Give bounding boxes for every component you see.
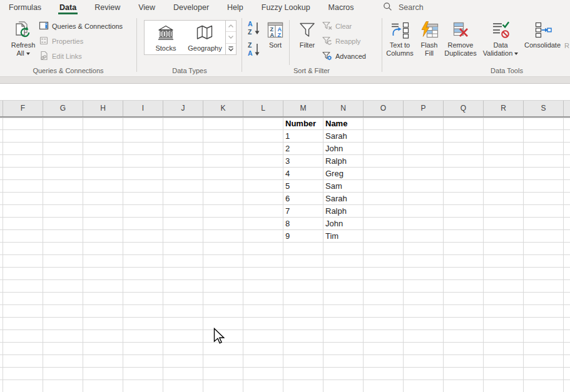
cell-m2[interactable]: 1 bbox=[285, 130, 290, 143]
advanced-filter-label: Advanced bbox=[335, 53, 366, 60]
column-header-partial bbox=[563, 101, 570, 116]
spreadsheet-grid[interactable]: Number Name 1 Sarah 2 John 3 Ralph 4 Gre… bbox=[0, 118, 570, 392]
filter-button[interactable]: Filter bbox=[293, 19, 322, 66]
cell-m7[interactable]: 6 bbox=[285, 193, 290, 205]
cell-n3[interactable]: John bbox=[325, 143, 343, 155]
tab-data[interactable]: Data bbox=[58, 1, 78, 14]
group-separator bbox=[382, 18, 382, 72]
tab-review[interactable]: Review bbox=[93, 1, 121, 14]
column-header-f[interactable]: F bbox=[3, 101, 43, 116]
sort-label: Sort bbox=[269, 41, 282, 49]
column-header-l[interactable]: L bbox=[243, 101, 283, 116]
column-header-o[interactable]: O bbox=[363, 101, 403, 116]
ribbon: Refresh All Queries & Connections Proper… bbox=[0, 15, 570, 76]
geography-button[interactable]: Geography bbox=[185, 21, 225, 54]
cell-n8[interactable]: Ralph bbox=[325, 205, 347, 218]
geography-icon bbox=[196, 21, 213, 44]
search-label: Search bbox=[399, 3, 424, 12]
edit-links-button[interactable]: Edit Links bbox=[39, 49, 82, 63]
tab-fuzzy-lookup[interactable]: Fuzzy Lookup bbox=[260, 1, 312, 14]
column-header-n[interactable]: N bbox=[323, 101, 363, 116]
cell-n7[interactable]: Sarah bbox=[325, 193, 347, 205]
text-to-columns-button[interactable]: Text to Columns bbox=[383, 19, 417, 66]
remove-duplicates-label-line1: Remove bbox=[448, 41, 474, 49]
search-icon bbox=[383, 2, 392, 13]
cell-n1[interactable]: Name bbox=[325, 118, 347, 130]
properties-button[interactable]: Properties bbox=[39, 34, 83, 48]
cell-n10[interactable]: Tim bbox=[325, 230, 338, 243]
column-header-h[interactable]: H bbox=[83, 101, 123, 116]
properties-icon bbox=[39, 36, 49, 47]
cell-m9[interactable]: 8 bbox=[285, 218, 290, 230]
sort-ascending-icon: AZ bbox=[247, 20, 262, 36]
refresh-all-icon bbox=[13, 19, 33, 41]
cell-m5[interactable]: 4 bbox=[285, 168, 290, 180]
ribbon-tab-bar: Formulas Data Review View Developer Help… bbox=[0, 0, 570, 15]
search-box[interactable]: Search bbox=[383, 0, 424, 15]
text-to-columns-label-line1: Text to bbox=[390, 41, 410, 49]
column-headers-row: F G H I J K L M N O P Q R S bbox=[0, 100, 570, 118]
cell-n4[interactable]: Ralph bbox=[325, 155, 347, 168]
cell-n6[interactable]: Sam bbox=[325, 180, 342, 193]
reapply-filter-button[interactable]: Reapply bbox=[322, 34, 360, 48]
cell-m3[interactable]: 2 bbox=[285, 143, 290, 155]
flash-fill-label-line1: Flash bbox=[421, 41, 438, 49]
edit-links-icon bbox=[39, 51, 49, 62]
queries-and-connections-label: Queries & Connections bbox=[52, 23, 123, 30]
tab-formulas[interactable]: Formulas bbox=[8, 1, 43, 14]
flash-fill-icon bbox=[420, 19, 439, 41]
sort-button[interactable]: ZAAZ Sort bbox=[263, 19, 288, 66]
tab-help[interactable]: Help bbox=[226, 1, 245, 14]
consolidate-icon bbox=[533, 19, 552, 41]
consolidate-button[interactable]: Consolidate bbox=[523, 19, 562, 66]
gallery-scroll-down-button[interactable] bbox=[226, 32, 236, 43]
cell-m6[interactable]: 5 bbox=[285, 180, 290, 193]
sort-icon: ZAAZ bbox=[266, 19, 285, 41]
column-header-m[interactable]: M bbox=[283, 101, 323, 116]
excel-window: Formulas Data Review View Developer Help… bbox=[0, 0, 570, 392]
column-header-g[interactable]: G bbox=[43, 101, 83, 116]
cell-n2[interactable]: Sarah bbox=[325, 130, 347, 143]
cell-m1[interactable]: Number bbox=[285, 118, 316, 130]
sort-descending-button[interactable]: ZA bbox=[247, 43, 262, 56]
column-header-k[interactable]: K bbox=[203, 101, 243, 116]
column-header-i[interactable]: I bbox=[123, 101, 163, 116]
tab-macros[interactable]: Macros bbox=[327, 1, 355, 14]
tab-view[interactable]: View bbox=[137, 1, 156, 14]
geography-label: Geography bbox=[188, 44, 221, 52]
cell-m4[interactable]: 3 bbox=[285, 155, 290, 168]
flash-fill-button[interactable]: Flash Fill bbox=[418, 19, 440, 66]
gallery-more-button[interactable] bbox=[226, 44, 236, 54]
column-header-s[interactable]: S bbox=[523, 101, 563, 116]
column-header-j[interactable]: J bbox=[163, 101, 203, 116]
refresh-all-button[interactable]: Refresh All bbox=[8, 19, 39, 66]
tab-developer[interactable]: Developer bbox=[172, 1, 210, 14]
column-header-q[interactable]: Q bbox=[443, 101, 483, 116]
clear-filter-icon bbox=[322, 21, 332, 32]
svg-text:A: A bbox=[270, 32, 275, 38]
inner-separator bbox=[289, 20, 290, 65]
queries-and-connections-button[interactable]: Queries & Connections bbox=[39, 19, 123, 33]
sort-ascending-button[interactable]: AZ bbox=[247, 21, 262, 35]
remove-duplicates-button[interactable]: Remove Duplicates bbox=[442, 19, 479, 66]
data-validation-icon bbox=[491, 19, 510, 41]
gallery-scroll-up-button[interactable] bbox=[226, 21, 236, 32]
filter-label: Filter bbox=[300, 41, 315, 49]
refresh-all-label-line1: Refresh bbox=[11, 41, 36, 49]
cell-m10[interactable]: 9 bbox=[285, 230, 290, 243]
cell-n9[interactable]: John bbox=[325, 218, 343, 230]
group-separator bbox=[136, 18, 137, 72]
stocks-button[interactable]: Stocks bbox=[147, 21, 185, 54]
group-label-data-types: Data Types bbox=[138, 67, 242, 74]
cell-n5[interactable]: Greg bbox=[325, 168, 344, 180]
clear-filter-label: Clear bbox=[335, 23, 352, 30]
data-validation-button[interactable]: Data Validation bbox=[481, 19, 521, 66]
cell-m8[interactable]: 7 bbox=[285, 205, 290, 218]
group-label-data-tools: Data Tools bbox=[438, 67, 570, 74]
column-header-r[interactable]: R bbox=[483, 101, 523, 116]
advanced-filter-button[interactable]: Advanced bbox=[322, 49, 366, 63]
text-to-columns-icon bbox=[390, 19, 409, 41]
svg-text:A: A bbox=[248, 49, 253, 57]
column-header-p[interactable]: P bbox=[403, 101, 443, 116]
clear-filter-button[interactable]: Clear bbox=[322, 19, 352, 33]
